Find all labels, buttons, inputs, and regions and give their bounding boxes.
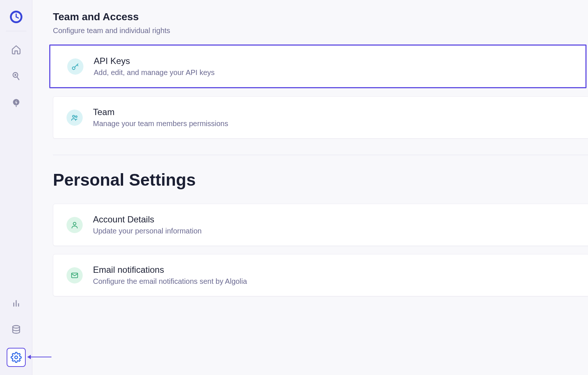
- card-title: Account Details: [93, 214, 202, 225]
- database-icon: [11, 324, 21, 335]
- key-icon: [67, 58, 83, 75]
- svg-line-2: [17, 77, 19, 80]
- svg-point-1: [14, 74, 16, 76]
- card-title: Email notifications: [93, 265, 247, 275]
- sidebar-item-boost[interactable]: [8, 94, 24, 111]
- magnifier-icon: [11, 71, 21, 81]
- sidebar-divider: [6, 31, 26, 31]
- gear-icon: [11, 352, 22, 363]
- annotation-arrow: [26, 354, 52, 360]
- section-divider: [53, 155, 588, 155]
- mail-icon: [67, 267, 83, 283]
- sidebar-item-settings[interactable]: [7, 348, 26, 367]
- svg-point-9: [15, 356, 18, 359]
- team-icon: [67, 110, 83, 126]
- section-subtitle: Configure team and individual rights: [53, 26, 588, 35]
- section-title: Team and Access: [53, 11, 588, 23]
- card-desc: Manage your team members permissions: [93, 119, 228, 128]
- section-title: Personal Settings: [53, 170, 588, 190]
- svg-point-16: [73, 222, 76, 225]
- card-desc: Update your personal information: [93, 227, 202, 235]
- sidebar-item-indices[interactable]: [8, 321, 24, 338]
- card-desc: Add, edit, and manage your API keys: [94, 68, 215, 77]
- card-title: Team: [93, 107, 228, 117]
- bars-icon: [11, 298, 21, 308]
- svg-point-14: [73, 115, 75, 117]
- card-title: API Keys: [94, 56, 215, 66]
- section-header-personal: Personal Settings: [53, 170, 588, 190]
- card-desc: Configure the email notifications sent b…: [93, 277, 247, 286]
- card-account-details[interactable]: Account Details Update your personal inf…: [53, 204, 588, 246]
- svg-line-13: [77, 65, 78, 66]
- sidebar-item-analytics[interactable]: [8, 295, 24, 311]
- sidebar: [0, 0, 32, 375]
- card-api-keys[interactable]: API Keys Add, edit, and manage your API …: [49, 44, 587, 88]
- card-team[interactable]: Team Manage your team members permission…: [53, 96, 588, 139]
- section-header-team-access: Team and Access Configure team and indiv…: [53, 11, 588, 35]
- svg-point-15: [75, 116, 77, 117]
- algolia-logo: [9, 10, 24, 24]
- main-content: Team and Access Configure team and indiv…: [32, 0, 588, 375]
- sidebar-item-search[interactable]: [8, 68, 24, 84]
- card-email-notifications[interactable]: Email notifications Configure the email …: [53, 254, 588, 296]
- bolt-icon: [11, 98, 21, 107]
- user-icon: [67, 217, 83, 233]
- sidebar-item-home[interactable]: [8, 42, 24, 58]
- home-icon: [11, 44, 21, 55]
- svg-point-8: [12, 326, 19, 328]
